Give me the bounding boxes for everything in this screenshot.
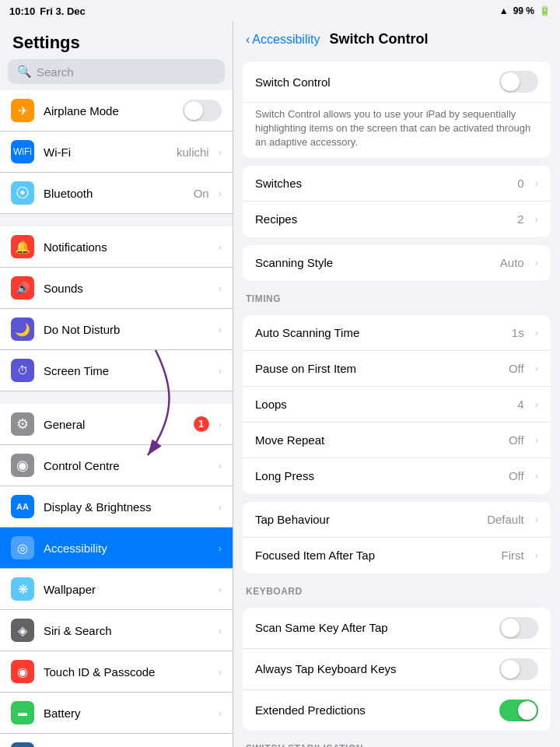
sidebar-group-1: ✈ Airplane Mode WiFi Wi-Fi kulichi › ⦿ B…	[0, 90, 233, 214]
back-chevron-icon: ‹	[246, 33, 250, 47]
move-repeat-label: Move Repeat	[255, 433, 501, 447]
switches-recipes-group: Switches 0 › Recipes 2 ›	[243, 166, 551, 237]
battery-icon: 🔋	[539, 5, 551, 16]
airplane-toggle[interactable]	[183, 100, 222, 121]
donotdisturb-icon: 🌙	[11, 317, 34, 341]
chevron-icon: ›	[219, 542, 222, 554]
right-panel: ‹ Accessibility Switch Control Switch Co…	[233, 22, 560, 747]
sidebar-label-bluetooth: Bluetooth	[44, 187, 184, 200]
focused-item-value: First	[501, 549, 523, 562]
back-button[interactable]: ‹ Accessibility	[246, 33, 320, 47]
switch-control-toggle[interactable]	[499, 71, 538, 93]
sidebar-item-wallpaper[interactable]: ❋ Wallpaper ›	[0, 569, 233, 610]
sidebar-value-wifi: kulichi	[177, 146, 209, 159]
focused-item-label: Focused Item After Tap	[255, 549, 493, 562]
privacy-icon: ◉	[11, 742, 34, 747]
search-icon: 🔍	[17, 65, 32, 79]
sidebar-item-donotdisturb[interactable]: 🌙 Do Not Disturb ›	[0, 309, 233, 350]
sidebar-item-privacy[interactable]: ◉ Privacy ›	[0, 734, 233, 747]
search-bar[interactable]: 🔍 Search	[8, 59, 225, 84]
auto-scanning-label: Auto Scanning Time	[255, 326, 504, 339]
sidebar-label-general: General	[44, 418, 184, 431]
always-tap-label: Always Tap Keyboard Keys	[255, 662, 492, 675]
sidebar-label-wifi: Wi-Fi	[44, 146, 167, 159]
sidebar-item-accessibility[interactable]: ◎ Accessibility ›	[0, 528, 233, 569]
sidebar-item-controlcentre[interactable]: ◉ Control Centre ›	[0, 445, 233, 486]
scanning-group: Scanning Style Auto ›	[243, 245, 551, 281]
extended-predictions-row: Extended Predictions	[243, 690, 551, 731]
loops-row[interactable]: Loops 4 ›	[243, 387, 551, 423]
search-placeholder: Search	[37, 65, 74, 79]
sidebar-item-notifications[interactable]: 🔔 Notifications ›	[0, 226, 233, 268]
auto-scanning-row[interactable]: Auto Scanning Time 1s ›	[243, 315, 551, 351]
general-icon: ⚙	[11, 412, 34, 436]
status-bar: 10:10 Fri 3. Dec ▲ 99 % 🔋	[0, 0, 560, 22]
sidebar-label-sounds: Sounds	[44, 282, 209, 295]
sidebar-label-airplane: Airplane Mode	[44, 104, 173, 117]
switches-row[interactable]: Switches 0 ›	[243, 166, 551, 202]
recipes-label: Recipes	[255, 212, 509, 226]
chevron-icon: ›	[219, 282, 222, 294]
sidebar-item-siri[interactable]: ◈ Siri & Search ›	[0, 610, 233, 651]
chevron-icon: ›	[219, 707, 222, 719]
always-tap-row: Always Tap Keyboard Keys	[243, 649, 551, 690]
sidebar-item-battery[interactable]: ▬ Battery ›	[0, 693, 233, 734]
chevron-icon: ›	[219, 501, 222, 513]
extended-predictions-toggle[interactable]	[499, 700, 538, 721]
date-display: Fri 3. Dec	[40, 5, 86, 17]
sounds-icon: 🔊	[11, 276, 34, 300]
sidebar-label-touchid: Touch ID & Passcode	[44, 665, 209, 679]
chevron-icon: ›	[535, 363, 538, 374]
pause-first-row[interactable]: Pause on First Item Off ›	[243, 351, 551, 387]
sidebar-label-wallpaper: Wallpaper	[44, 583, 209, 596]
chevron-icon: ›	[219, 188, 222, 199]
chevron-icon: ›	[219, 324, 222, 335]
extended-predictions-label: Extended Predictions	[255, 703, 492, 717]
main-container: Settings 🔍 Search ✈ Airplane Mode WiFi W…	[0, 22, 560, 747]
move-repeat-row[interactable]: Move Repeat Off ›	[243, 423, 551, 458]
switches-label: Switches	[255, 177, 509, 190]
move-repeat-value: Off	[509, 433, 524, 447]
scanning-style-row[interactable]: Scanning Style Auto ›	[243, 245, 551, 281]
focused-item-row[interactable]: Focused Item After Tap First ›	[243, 538, 551, 573]
switch-control-description: Switch Control allows you to use your iP…	[243, 103, 551, 158]
sidebar-item-screentime[interactable]: ⏱ Screen Time ›	[0, 350, 233, 391]
chevron-icon: ›	[219, 584, 222, 595]
keyboard-header: KEYBOARD	[233, 581, 560, 600]
sidebar-item-sounds[interactable]: 🔊 Sounds ›	[0, 268, 233, 309]
panel-content: Switch Control Switch Control allows you…	[233, 54, 560, 747]
battery-display: 99 %	[513, 5, 534, 16]
sidebar-item-wifi[interactable]: WiFi Wi-Fi kulichi ›	[0, 132, 233, 173]
sidebar-list: ✈ Airplane Mode WiFi Wi-Fi kulichi › ⦿ B…	[0, 90, 233, 747]
scanning-style-value: Auto	[500, 256, 524, 269]
tap-behaviour-label: Tap Behaviour	[255, 513, 479, 526]
switch-control-group: Switch Control Switch Control allows you…	[243, 61, 551, 158]
chevron-icon: ›	[219, 625, 222, 637]
timing-header: TIMING	[233, 289, 560, 307]
sidebar-item-bluetooth[interactable]: ⦿ Bluetooth On ›	[0, 173, 233, 214]
tap-behaviour-row[interactable]: Tap Behaviour Default ›	[243, 502, 551, 538]
chevron-icon: ›	[219, 666, 222, 678]
sidebar-item-general[interactable]: ⚙ General 1 ›	[0, 404, 233, 445]
time-display: 10:10	[9, 5, 35, 17]
switches-value: 0	[517, 177, 523, 190]
sidebar-item-displaybrightness[interactable]: AA Display & Brightness ›	[0, 486, 233, 528]
long-press-row[interactable]: Long Press Off ›	[243, 458, 551, 494]
screentime-icon: ⏱	[11, 359, 34, 382]
tap-behaviour-value: Default	[487, 513, 524, 526]
wallpaper-icon: ❋	[11, 577, 34, 601]
scan-same-key-toggle[interactable]	[499, 617, 538, 639]
sidebar-item-airplane[interactable]: ✈ Airplane Mode	[0, 90, 233, 132]
sidebar-label-displaybrightness: Display & Brightness	[44, 500, 209, 514]
sidebar-label-notifications: Notifications	[44, 240, 209, 254]
always-tap-toggle[interactable]	[499, 658, 538, 680]
status-right: ▲ 99 % 🔋	[499, 5, 551, 16]
chevron-icon: ›	[219, 241, 222, 253]
sidebar-label-siri: Siri & Search	[44, 624, 209, 637]
controlcentre-icon: ◉	[11, 454, 34, 477]
sidebar-label-screentime: Screen Time	[44, 364, 209, 377]
sidebar-item-touchid[interactable]: ◉ Touch ID & Passcode ›	[0, 651, 233, 693]
sidebar-label-accessibility: Accessibility	[44, 542, 209, 555]
recipes-row[interactable]: Recipes 2 ›	[243, 202, 551, 237]
chevron-icon: ›	[535, 549, 538, 561]
